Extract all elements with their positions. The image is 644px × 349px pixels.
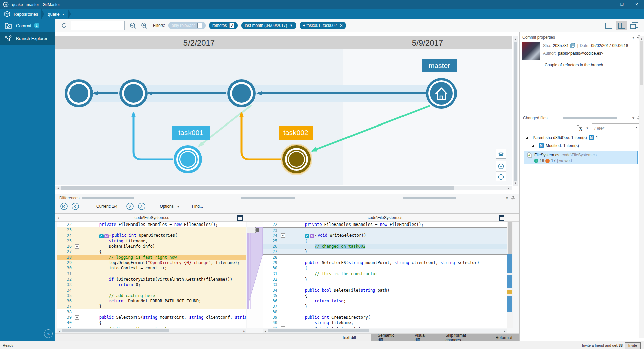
minimize-button[interactable]: ─ (600, 0, 614, 9)
copy-sha-icon[interactable] (570, 43, 575, 48)
graph-zoom-out-button[interactable] (496, 171, 506, 182)
maximize-pane-icon[interactable] (499, 215, 504, 221)
find-button[interactable]: Find... (192, 204, 203, 209)
line-number: 39 (263, 315, 280, 320)
graph-v-scrollbar[interactable]: ▴ ▾ (513, 36, 518, 186)
moved-badge[interactable]: M (310, 234, 314, 238)
filter-caret-icon[interactable]: ▼ (635, 126, 638, 129)
right-pane-h-scrollbar[interactable]: ◂ ▸ (263, 329, 507, 333)
refresh-icon[interactable] (61, 22, 67, 29)
graph-home-button[interactable] (496, 149, 506, 159)
right-code-pane[interactable]: 22 private FileHandles mHandles = new Fi… (263, 222, 507, 328)
layout-floating-button[interactable] (629, 21, 639, 30)
left-file-header[interactable]: code\FileSystem.cs (57, 214, 246, 222)
fold-marker-icon[interactable]: − (281, 288, 285, 292)
options-button[interactable]: Options (160, 204, 173, 209)
invite-button[interactable]: Invite (625, 342, 641, 349)
code-line: 29− public SelectorFS(string mountPoint,… (263, 260, 507, 265)
previous-diff-button[interactable] (71, 202, 79, 210)
task002-commit-node[interactable] (281, 144, 312, 175)
search-input[interactable] (71, 21, 125, 30)
sort-caret-icon[interactable]: ▼ (586, 127, 589, 130)
changed-files-toolbar: A ▼ ▼ (577, 123, 644, 132)
parent-sha-row[interactable]: Parent sha d86d0ee: 1 item(s) M 1 (526, 135, 598, 140)
commit-node[interactable] (227, 79, 256, 107)
pill-checkbox[interactable]: ✔ (229, 23, 234, 28)
diff-drag-grip[interactable] (256, 228, 259, 232)
fold-marker-icon[interactable]: − (75, 244, 79, 249)
changed-file-row[interactable]: # FileSystem.cs code\FileSystem.cs + 16 … (524, 151, 638, 164)
collapse-sidebar-button[interactable]: « (44, 329, 53, 338)
sidebar-item-commit[interactable]: Commit1 (0, 19, 55, 32)
breadcrumb-chevron-icon (68, 9, 71, 19)
pill-checkbox[interactable] (197, 23, 202, 28)
diff-drag-handle[interactable] (247, 227, 256, 233)
diff-v-scrollbar[interactable] (507, 222, 513, 328)
commit-node[interactable] (119, 79, 148, 107)
moved-badge[interactable]: M (104, 234, 109, 238)
filter-pill--task001-task002[interactable]: + task001, task002✕ (300, 22, 346, 29)
restore-button[interactable]: ❐ (614, 0, 629, 9)
home-commit-node[interactable] (426, 78, 457, 109)
tree-expanded-icon[interactable] (532, 144, 534, 147)
line-number: 36 (57, 298, 74, 304)
filter-pill-remotes[interactable]: remotes✔ (209, 22, 238, 29)
fold-marker-icon[interactable]: − (75, 315, 79, 320)
panel-caret-icon[interactable]: ▼ (505, 196, 509, 200)
panel-caret-icon[interactable]: ▼ (632, 116, 635, 120)
tab-text-diff[interactable]: Text diff (342, 334, 356, 341)
code-line: 31 // this is the constructor (263, 271, 507, 277)
filter-pill-only-relevant[interactable]: only relevant (168, 22, 206, 29)
zoom-out-icon[interactable] (129, 22, 137, 29)
fold-marker-icon[interactable]: − (281, 261, 285, 265)
window-title: quake - master - GitMaster (12, 2, 60, 7)
last-diff-button[interactable] (138, 202, 146, 210)
changed-badge[interactable]: C (305, 234, 309, 238)
pill-close-icon[interactable]: ✕ (340, 23, 343, 28)
nav-repositories[interactable]: Repositories (14, 12, 38, 17)
line-number: 38 (57, 309, 74, 315)
graph-zoom-in-button[interactable] (496, 161, 506, 171)
code-line: 24 CM▾public int OpenDirectories( (57, 233, 246, 238)
first-diff-button[interactable] (60, 202, 68, 210)
sort-icon[interactable]: A (577, 124, 585, 131)
left-code-pane[interactable]: 22 private FileHandles mHandles = new Fi… (57, 222, 246, 328)
branch-label-master[interactable]: master (422, 59, 457, 72)
date-value: 05/02/2017 09:06:18 (591, 43, 628, 48)
branch-explorer-canvas[interactable]: 5/2/2017 5/9/2017 (55, 32, 519, 194)
maximize-pane-icon[interactable] (237, 215, 243, 221)
left-pane-h-scrollbar[interactable]: ◂ ▸ (57, 329, 246, 333)
badge-caret-icon[interactable]: ▾ (315, 234, 316, 237)
right-file-header[interactable]: code\FileSystem.cs (263, 214, 507, 222)
code-line: 22 private FileHandles mHandles = new Fi… (57, 222, 246, 227)
pill-caret-icon[interactable]: ▼ (290, 24, 293, 27)
line-number: 27 (57, 249, 74, 254)
modified-group-row[interactable]: M Modified: 1 item(s) (532, 143, 579, 148)
tab-reformat[interactable]: Reformat (489, 335, 519, 340)
branch-label-task002[interactable]: task002 (279, 126, 313, 140)
next-diff-button[interactable] (126, 202, 134, 210)
tree-expanded-icon[interactable] (526, 136, 528, 139)
commit-comment-box[interactable]: Couple of refactors in the branch (542, 60, 638, 109)
panel-caret-icon[interactable]: ▼ (632, 36, 635, 39)
layout-single-button[interactable] (604, 21, 614, 30)
layout-split-button[interactable] (616, 21, 627, 30)
right-panel-scrollbar[interactable]: ▴ (639, 36, 644, 338)
branch-label-task001[interactable]: task001 (172, 126, 210, 140)
commit-node[interactable] (65, 79, 93, 107)
fold-marker-icon[interactable]: − (281, 233, 285, 238)
graph-h-scrollbar[interactable]: ◂ ▸ (55, 186, 512, 190)
commit-properties-header: Commit properties ▼ (522, 35, 641, 40)
fold-marker-icon[interactable]: − (281, 326, 285, 328)
sidebar-item-branch-explorer[interactable]: Branch Explorer (0, 32, 55, 45)
changed-badge[interactable]: C (99, 234, 104, 238)
pin-icon[interactable] (511, 196, 515, 200)
repo-caret-icon[interactable]: ▼ (62, 13, 65, 16)
options-caret-icon[interactable]: ▼ (177, 205, 180, 208)
filter-pill-last-month-04-09-2017-[interactable]: last month (04/09/2017)▼ (241, 22, 296, 29)
task001-commit-node[interactable] (174, 145, 202, 173)
badge-caret-icon[interactable]: ▾ (109, 234, 111, 237)
close-button[interactable]: ✕ (629, 0, 644, 9)
repo-selector[interactable]: quake (48, 12, 59, 17)
zoom-in-icon[interactable] (141, 22, 148, 29)
